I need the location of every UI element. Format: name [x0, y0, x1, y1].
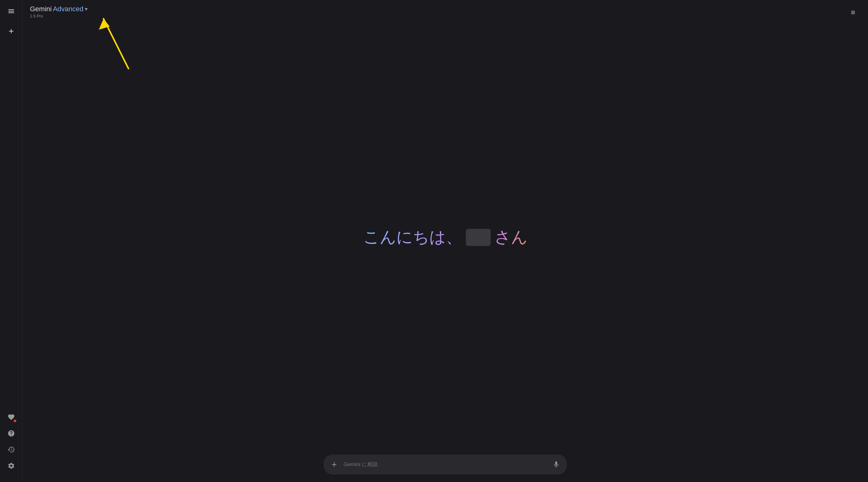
input-container: [323, 455, 567, 475]
greeting-name-redacted: [466, 229, 491, 246]
greeting-hello: こんにちは、: [363, 227, 462, 248]
app-version: 1.5 Pro: [30, 14, 88, 19]
menu-icon: [7, 7, 15, 15]
gems-icon: [7, 414, 15, 421]
main-content: Gemini Advanced ▾ 1.5 Pro こんにちは、: [23, 0, 868, 482]
history-button[interactable]: [4, 442, 19, 457]
header-title: Gemini Advanced ▾ 1.5 Pro: [30, 5, 88, 19]
notification-dot: [14, 420, 16, 422]
google-apps-button[interactable]: [845, 5, 861, 20]
plus-icon: [331, 461, 338, 468]
app-name-gemini: Gemini: [30, 5, 52, 13]
add-icon: [7, 27, 15, 35]
greeting-text: こんにちは、 さん: [363, 227, 528, 248]
help-button[interactable]: [4, 426, 19, 441]
header: Gemini Advanced ▾ 1.5 Pro: [23, 0, 868, 25]
app-name-advanced: Advanced: [53, 5, 84, 13]
help-icon: [7, 430, 15, 437]
chat-area: こんにちは、 さん: [23, 25, 868, 450]
settings-button[interactable]: [4, 458, 19, 473]
input-add-button[interactable]: [329, 459, 340, 470]
gems-button[interactable]: [4, 410, 19, 425]
sidebar: [0, 0, 23, 482]
chat-input[interactable]: [344, 461, 547, 468]
sidebar-top: [4, 4, 19, 410]
greeting-san: さん: [495, 227, 528, 248]
sidebar-bottom: [4, 410, 19, 478]
app-name: Gemini Advanced ▾: [30, 5, 88, 13]
mic-button[interactable]: [551, 459, 562, 470]
input-area: [23, 450, 868, 482]
model-dropdown-button[interactable]: ▾: [85, 6, 88, 12]
settings-icon: [7, 462, 15, 470]
google-apps-icon: [849, 9, 857, 16]
header-right: [845, 5, 861, 20]
menu-button[interactable]: [4, 4, 19, 19]
new-chat-button[interactable]: [4, 24, 19, 39]
mic-icon: [553, 461, 560, 468]
history-icon: [7, 446, 15, 453]
